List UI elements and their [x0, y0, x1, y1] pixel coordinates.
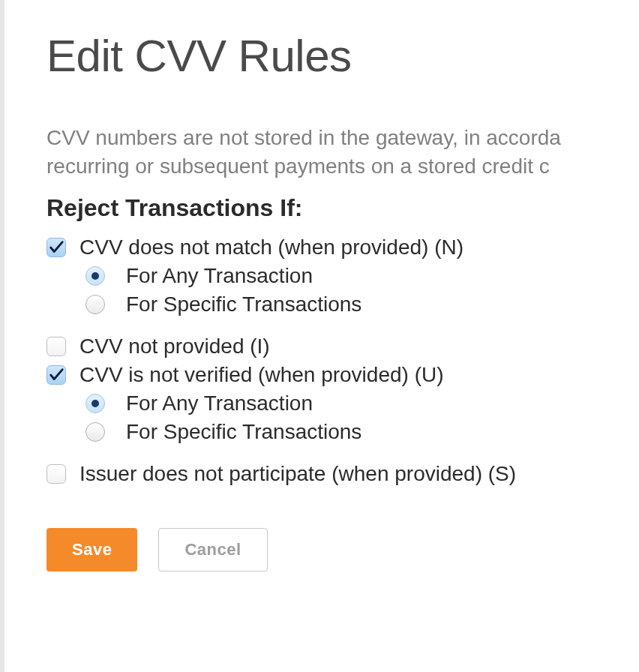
edit-cvv-rules-page: Edit CVV Rules CVV numbers are not store… [0, 0, 639, 572]
cancel-button[interactable]: Cancel [158, 528, 267, 572]
checkmark-icon [48, 367, 64, 383]
radio-dot-icon [92, 400, 99, 407]
radio-label-u-specific: For Specific Transactions [126, 420, 362, 444]
rule-n-option-any: For Any Transaction [86, 264, 639, 288]
reject-transactions-heading: Reject Transactions If: [46, 194, 639, 222]
checkbox-cvv-not-provided[interactable] [46, 337, 66, 356]
rule-label-cvv-not-match: CVV does not match (when provided) (N) [80, 236, 464, 260]
radio-label-u-any: For Any Transaction [126, 392, 313, 416]
rule-label-issuer-not-participate: Issuer does not participate (when provid… [80, 462, 516, 486]
rule-n-option-specific: For Specific Transactions [86, 292, 639, 316]
rule-label-cvv-not-provided: CVV not provided (I) [80, 334, 270, 358]
rule-cvv-not-provided: CVV not provided (I) [46, 334, 639, 358]
checkbox-cvv-not-verified[interactable] [46, 365, 66, 385]
rule-u-option-specific: For Specific Transactions [86, 420, 639, 444]
radio-label-n-specific: For Specific Transactions [126, 292, 362, 316]
checkmark-icon [48, 239, 64, 256]
radio-n-any[interactable] [86, 266, 105, 286]
page-title: Edit CVV Rules [46, 30, 639, 82]
rule-cvv-not-verified: CVV is not verified (when provided) (U) [46, 363, 639, 387]
rule-u-option-any: For Any Transaction [86, 392, 639, 416]
radio-n-specific[interactable] [86, 295, 105, 314]
checkbox-cvv-not-match[interactable] [46, 238, 66, 257]
radio-u-specific[interactable] [86, 422, 105, 442]
intro-line-2: recurring or subsequent payments on a st… [46, 152, 639, 181]
rule-issuer-not-participate: Issuer does not participate (when provid… [46, 462, 639, 486]
intro-text: CVV numbers are not stored in the gatewa… [46, 124, 639, 181]
save-button[interactable]: Save [46, 528, 137, 572]
intro-line-1: CVV numbers are not stored in the gatewa… [46, 124, 639, 152]
window-left-edge [0, 0, 4, 672]
rule-u-options: For Any Transaction For Specific Transac… [86, 392, 639, 444]
radio-u-any[interactable] [86, 394, 105, 413]
radio-dot-icon [92, 272, 99, 280]
rule-cvv-not-match: CVV does not match (when provided) (N) [46, 236, 639, 260]
button-row: Save Cancel [46, 528, 639, 572]
rule-n-options: For Any Transaction For Specific Transac… [86, 264, 639, 316]
radio-label-n-any: For Any Transaction [126, 264, 313, 288]
checkbox-issuer-not-participate[interactable] [46, 464, 66, 484]
rule-label-cvv-not-verified: CVV is not verified (when provided) (U) [80, 363, 444, 387]
